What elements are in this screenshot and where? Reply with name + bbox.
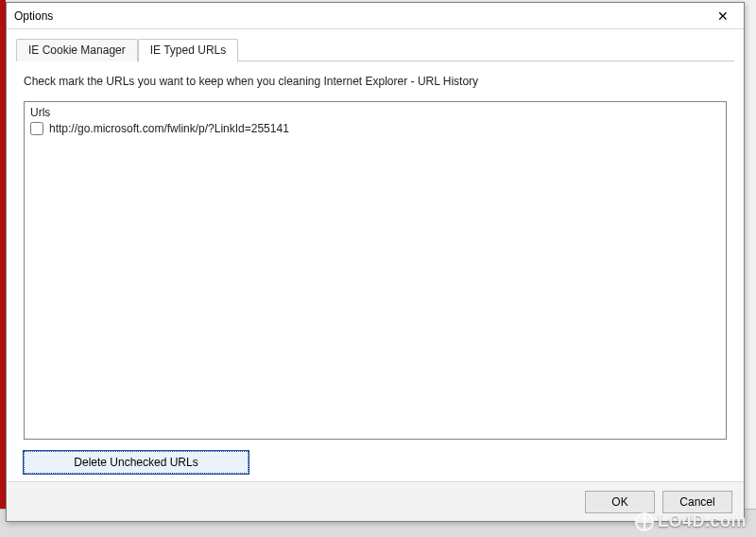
- cancel-button[interactable]: Cancel: [662, 491, 732, 513]
- close-button[interactable]: ✕: [704, 5, 742, 27]
- tab-label: IE Cookie Manager: [28, 43, 126, 57]
- window-title: Options: [14, 9, 704, 23]
- options-dialog: Options ✕ IE Cookie Manager IE Typed URL…: [6, 2, 745, 522]
- tab-strip: IE Cookie Manager IE Typed URLs: [7, 29, 744, 61]
- delete-unchecked-button[interactable]: Delete Unchecked URLs: [24, 451, 249, 474]
- titlebar: Options ✕: [7, 3, 744, 29]
- tab-ie-cookie-manager[interactable]: IE Cookie Manager: [16, 39, 138, 61]
- dialog-footer: OK Cancel: [7, 481, 744, 521]
- list-header: Urls: [30, 106, 720, 121]
- actions-row: Delete Unchecked URLs: [24, 451, 727, 474]
- close-icon: ✕: [717, 9, 729, 24]
- tab-content: Check mark the URLs you want to keep whe…: [7, 61, 744, 481]
- ok-button[interactable]: OK: [585, 491, 655, 513]
- list-item[interactable]: http://go.microsoft.com/fwlink/p/?LinkId…: [30, 121, 720, 136]
- tab-ie-typed-urls[interactable]: IE Typed URLs: [138, 39, 238, 62]
- url-checkbox[interactable]: [30, 122, 43, 135]
- instruction-text: Check mark the URLs you want to keep whe…: [24, 75, 727, 88]
- url-text: http://go.microsoft.com/fwlink/p/?LinkId…: [49, 122, 289, 135]
- tab-label: IE Typed URLs: [150, 43, 226, 57]
- url-listbox[interactable]: Urls http://go.microsoft.com/fwlink/p/?L…: [24, 101, 727, 440]
